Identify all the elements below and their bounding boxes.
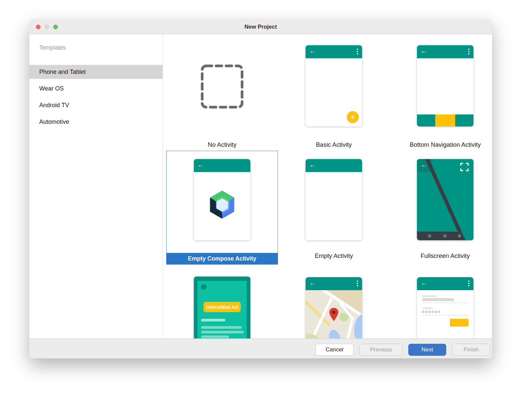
bottom-navigation-thumbnail: ← [417,45,473,126]
maps-thumbnail: ← [306,277,362,338]
template-no-activity[interactable]: No Activity [166,43,278,152]
traffic-lights [36,25,58,29]
back-arrow-icon: ← [421,161,427,169]
fab-plus-icon: + [347,111,359,123]
window-title: New Project [29,19,492,34]
template-empty-compose-activity[interactable]: ← Empty Compose Activity [166,151,278,265]
zoom-button[interactable] [53,25,58,29]
template-google-maps-activity[interactable]: ← [278,272,390,338]
dashed-square-icon [200,64,244,109]
template-fullscreen-activity[interactable]: ← Fullscreen Activity [389,151,492,265]
template-admob-ads-activity[interactable]: Interstitial Ad [166,272,278,338]
overflow-menu-icon [468,49,469,55]
jetpack-compose-logo [206,188,238,220]
ad-panel: Interstitial Ad [198,281,247,338]
form-underline [422,315,469,315]
overflow-menu-icon [357,281,358,287]
sidebar-item-automotive[interactable]: Automotive [29,115,163,129]
basic-activity-thumbnail: ← + [306,45,362,126]
overflow-menu-icon [468,281,469,287]
bottom-nav-bar [417,114,473,126]
sidebar-item-wear-os[interactable]: Wear OS [29,82,163,96]
form-label-line [422,307,433,309]
back-arrow-icon: ← [309,279,316,287]
previous-button[interactable]: Previous [359,344,403,356]
ad-avatar-dot [201,284,206,290]
map-art [306,290,362,338]
minimize-button[interactable] [45,25,49,29]
back-arrow-icon: ← [309,47,316,55]
template-empty-activity[interactable]: ← Empty Activity [278,151,390,265]
dialog-footer: Cancel Previous Next Finish [29,338,492,358]
template-label: Bottom Navigation Activity [379,141,492,148]
cancel-button[interactable]: Cancel [316,344,353,356]
appbar: ← [417,277,473,290]
template-label: Fullscreen Activity [379,252,492,260]
selected-template-label: Empty Compose Activity [167,253,278,264]
form-underline [422,302,469,303]
sidebar-item-phone-and-tablet[interactable]: Phone and Tablet [29,65,163,79]
compose-thumbnail: ← [194,159,250,240]
sidebar-item-android-tv[interactable]: Android TV [29,98,163,112]
admob-thumbnail: Interstitial Ad [194,277,250,338]
appbar: ← [306,45,362,58]
new-project-dialog: New Project Templates Phone and Tablet W… [29,19,492,358]
finish-button[interactable]: Finish [452,344,490,356]
appbar: ← [417,45,473,58]
titlebar: New Project [29,19,492,34]
form-input-line [422,298,454,301]
next-button[interactable]: Next [408,344,446,356]
template-basic-activity[interactable]: ← + Basic Activity [278,43,390,152]
template-gallery: No Activity ← + Basic Activity ← [163,34,492,338]
form-label-line [422,295,437,297]
template-bottom-navigation-activity[interactable]: ← Bottom Navigation Activity [389,43,492,152]
back-arrow-icon: ← [198,161,204,169]
appbar: ← [306,159,362,172]
empty-activity-thumbnail: ← [306,159,362,240]
appbar: ← [194,159,250,172]
sidebar-header: Templates [39,44,66,51]
fullscreen-thumbnail: ← [417,159,473,240]
templates-sidebar: Templates Phone and Tablet Wear OS Andro… [29,34,163,338]
login-thumbnail: ← [417,277,473,338]
back-arrow-icon: ← [309,161,316,169]
overflow-menu-icon [357,49,358,55]
back-arrow-icon: ← [421,47,427,55]
back-arrow-icon: ← [421,279,427,287]
close-button[interactable] [36,25,41,29]
appbar: ← [306,277,362,290]
template-login-activity[interactable]: ← [389,272,492,338]
fullscreen-art [417,159,473,240]
password-dots [422,310,440,313]
form-submit-button [450,319,468,326]
interstitial-ad-badge: Interstitial Ad [203,302,241,312]
